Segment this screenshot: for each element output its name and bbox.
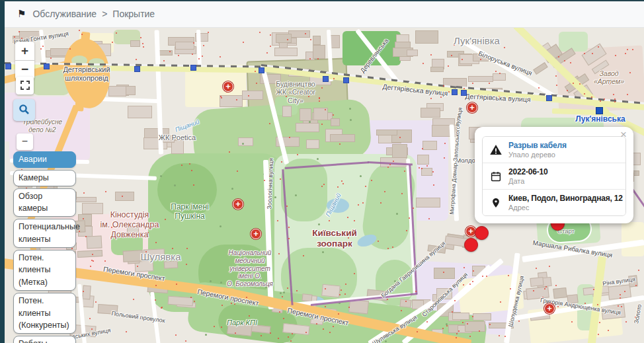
address-dot	[169, 51, 171, 52]
building	[430, 67, 444, 72]
building	[300, 108, 311, 122]
address-dot	[564, 60, 565, 61]
sidebar-button-работы[interactable]: Работы	[13, 336, 76, 343]
incident-address-label: Адрес	[508, 204, 620, 211]
sidebar-button-камеры[interactable]: Камеры	[13, 170, 76, 186]
incident-address: Киев, Подол, Виноградная, 12	[508, 194, 620, 203]
polyline-vertex-handle[interactable]	[343, 77, 349, 83]
polyline-vertex-handle[interactable]	[5, 63, 11, 69]
building	[238, 137, 253, 146]
address-dot	[443, 272, 444, 273]
address-dot	[194, 301, 195, 302]
incident-details: Разрыв кабеля Упало дерево 2022-06-10 Да…	[482, 136, 626, 216]
address-dot	[499, 335, 500, 336]
flag-icon: ⚑	[17, 8, 26, 20]
tree-dot	[205, 334, 207, 336]
polyline-vertex-handle[interactable]	[452, 89, 458, 95]
building	[282, 106, 292, 116]
address-dot	[135, 237, 136, 238]
breadcrumb-item-service[interactable]: Обслуживание	[32, 9, 97, 19]
address-dot	[621, 306, 622, 307]
address-dot	[348, 307, 350, 308]
address-dot	[495, 71, 497, 72]
address-dot	[339, 294, 341, 295]
fullscreen-button[interactable]	[16, 77, 34, 95]
address-dot	[181, 165, 182, 166]
sidebar-button-потен-клиенты-метка-[interactable]: Потен. клиенты (Метка)	[13, 250, 76, 291]
zoom-in-button[interactable]: +	[15, 42, 34, 61]
address-dot	[145, 251, 147, 252]
address-dot	[220, 56, 221, 57]
address-dot	[378, 241, 379, 242]
address-dot	[423, 63, 424, 64]
map-label: Лук'янівка	[454, 35, 500, 47]
building	[553, 287, 567, 298]
address-dot	[137, 266, 138, 267]
building	[423, 141, 437, 151]
tree-dot	[295, 194, 297, 196]
address-dot	[19, 31, 20, 32]
address-dot	[489, 83, 490, 84]
address-dot	[105, 191, 106, 192]
building	[276, 34, 292, 44]
incident-date-label: Дата	[508, 177, 547, 185]
address-dot	[592, 53, 593, 54]
fullscreen-icon	[20, 81, 30, 90]
address-dot	[270, 34, 271, 36]
app-window: ⚑ Обслуживание > Покрытие Івана Гонти ву…	[0, 0, 644, 343]
building	[526, 286, 549, 299]
address-dot	[143, 46, 144, 48]
tree-dot	[160, 175, 162, 177]
building	[242, 91, 264, 100]
polyline-vertex-handle[interactable]	[190, 65, 196, 71]
address-dot	[40, 48, 42, 50]
search-button[interactable]	[13, 99, 35, 121]
building	[83, 286, 91, 300]
polyline-vertex-handle[interactable]	[44, 63, 50, 69]
building	[493, 73, 505, 81]
sidebar-button-обзор-камеры[interactable]: Обзор камеры	[13, 188, 76, 217]
address-dot	[615, 55, 616, 56]
address-dot	[456, 337, 457, 338]
address-dot	[176, 284, 177, 285]
address-dot	[608, 81, 609, 82]
sidebar-button-аварии[interactable]: Аварии	[13, 151, 76, 168]
polyline-vertex-handle[interactable]	[546, 95, 552, 101]
address-dot	[81, 34, 83, 35]
polyline-vertex-handle[interactable]	[461, 90, 467, 96]
building	[168, 296, 193, 306]
address-dot	[472, 83, 473, 84]
collapse-button[interactable]: −	[17, 133, 33, 150]
address-dot	[175, 334, 177, 336]
address-dot	[136, 59, 137, 60]
incident-marker[interactable]	[475, 226, 489, 240]
building	[130, 40, 141, 47]
address-dot	[570, 62, 571, 63]
building	[416, 198, 441, 208]
polyline-vertex-handle[interactable]	[134, 66, 140, 72]
address-dot	[203, 45, 204, 46]
address-dot	[286, 96, 287, 97]
address-dot	[261, 335, 262, 336]
building	[331, 118, 341, 126]
hospital-icon: +	[223, 81, 233, 92]
sidebar-button-потенциальные-клиенты[interactable]: Потенциальные клиенты	[13, 219, 76, 248]
building	[227, 321, 253, 336]
address-dot	[472, 281, 473, 282]
polyline-vertex-handle[interactable]	[323, 76, 329, 82]
close-icon[interactable]: ×	[620, 128, 627, 141]
map-area	[559, 32, 588, 52]
incident-marker[interactable]	[464, 238, 478, 252]
address-dot	[281, 161, 282, 163]
sidebar-button-потен-клиенты-конкуренты-[interactable]: Потен. клиенты (Конкуренты)	[13, 293, 76, 334]
address-dot	[504, 47, 505, 48]
building	[473, 313, 491, 321]
address-dot	[422, 148, 423, 149]
building	[19, 31, 40, 39]
address-dot	[50, 35, 52, 36]
address-dot	[430, 98, 432, 99]
polyline-vertex-handle[interactable]	[259, 67, 264, 73]
address-dot	[288, 336, 289, 338]
warning-icon	[489, 143, 503, 157]
incident-title-link[interactable]: Разрыв кабеля	[508, 141, 567, 150]
